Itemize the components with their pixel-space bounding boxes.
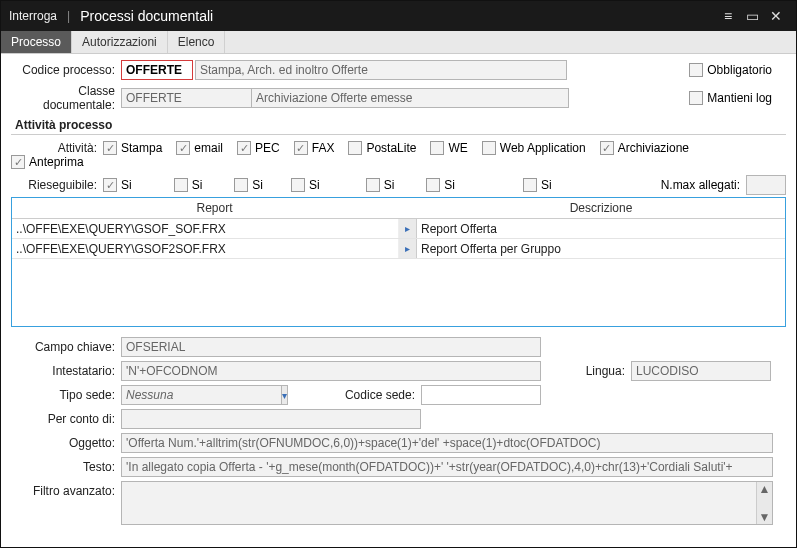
input-oggetto[interactable] (121, 433, 773, 453)
label-testo: Testo: (11, 460, 121, 474)
combo-classe[interactable]: ▸ (121, 88, 249, 108)
checkbox-icon (689, 91, 703, 105)
grid-col-desc[interactable]: Descrizione (417, 198, 785, 219)
tab-elenco[interactable]: Elenco (168, 31, 226, 53)
label-tipo: Tipo sede: (11, 388, 121, 402)
label-nmax: N.max allegati: (661, 178, 740, 192)
label-lingua: Lingua: (571, 364, 631, 378)
menu-icon[interactable]: ≡ (716, 4, 740, 28)
dropdown-icon[interactable]: ▾ (282, 385, 288, 405)
input-filtro[interactable]: ▲▼ (121, 481, 773, 525)
input-intest[interactable] (121, 361, 541, 381)
input-codice-desc[interactable] (195, 60, 567, 80)
minimize-icon[interactable]: ▭ (740, 4, 764, 28)
cb-fax[interactable]: FAX (294, 141, 335, 155)
cb-rieseg-2[interactable]: Si (174, 178, 203, 192)
tab-autorizzazioni[interactable]: Autorizzazioni (72, 31, 168, 53)
input-nmax[interactable] (746, 175, 786, 195)
input-classe-desc[interactable] (251, 88, 569, 108)
cb-rieseg-1[interactable]: Si (103, 178, 132, 192)
checkbox-icon (689, 63, 703, 77)
cb-mantieni-log[interactable]: Mantieni log (689, 91, 772, 105)
input-campo[interactable] (121, 337, 541, 357)
row-lookup-icon[interactable]: ▸ (399, 239, 417, 258)
table-row[interactable]: ..\OFFE\EXE\QUERY\GSOF2SOF.FRX ▸ Report … (12, 239, 785, 259)
input-codsede[interactable] (421, 385, 541, 405)
label-codsede: Codice sede: (301, 388, 421, 402)
label-perconto: Per conto di: (11, 412, 121, 426)
title-sep: | (67, 9, 70, 23)
input-perconto[interactable] (121, 409, 421, 429)
label-classe: Classe documentale: (11, 84, 121, 112)
label-intest: Intestatario: (11, 364, 121, 378)
label-codice: Codice processo: (11, 63, 121, 77)
table-row[interactable]: ..\OFFE\EXE\QUERY\GSOF_SOF.FRX ▸ Report … (12, 219, 785, 239)
cb-email[interactable]: email (176, 141, 223, 155)
tabbar: Processo Autorizzazioni Elenco (1, 31, 796, 54)
input-lingua[interactable] (631, 361, 771, 381)
label-attivita: Attività: (11, 141, 103, 155)
cb-archiviazione[interactable]: Archiviazione (600, 141, 689, 155)
input-tipo[interactable] (121, 385, 282, 405)
section-attivita: Attività processo (15, 118, 786, 132)
title-mode: Interroga (9, 9, 57, 23)
cb-rieseg-4[interactable]: Si (291, 178, 320, 192)
grid-col-report[interactable]: Report (12, 198, 417, 219)
cb-webapp[interactable]: Web Application (482, 141, 586, 155)
cb-rieseg-3[interactable]: Si (234, 178, 263, 192)
close-icon[interactable]: ✕ (764, 4, 788, 28)
label-oggetto: Oggetto: (11, 436, 121, 450)
report-grid: Report Descrizione ..\OFFE\EXE\QUERY\GSO… (11, 197, 786, 327)
scrollbar[interactable]: ▲▼ (756, 482, 772, 524)
cb-pec[interactable]: PEC (237, 141, 280, 155)
cb-we[interactable]: WE (430, 141, 467, 155)
cb-rieseg-7[interactable]: Si (523, 178, 552, 192)
row-lookup-icon[interactable]: ▸ (399, 219, 417, 238)
cb-obbligatorio[interactable]: Obbligatorio (689, 63, 772, 77)
cb-rieseg-6[interactable]: Si (426, 178, 455, 192)
combo-tipo[interactable]: ▾ (121, 385, 261, 405)
label-rieseguibile: Rieseguibile: (11, 178, 103, 192)
label-campo: Campo chiave: (11, 340, 121, 354)
cb-rieseg-5[interactable]: Si (366, 178, 395, 192)
cb-stampa[interactable]: Stampa (103, 141, 162, 155)
title-name: Processi documentali (80, 8, 213, 24)
grid-body[interactable]: ..\OFFE\EXE\QUERY\GSOF_SOF.FRX ▸ Report … (12, 219, 785, 326)
input-testo[interactable] (121, 457, 773, 477)
tab-processo[interactable]: Processo (1, 31, 72, 53)
cb-anteprima[interactable]: Anteprima (11, 155, 84, 169)
titlebar: Interroga | Processi documentali ≡ ▭ ✕ (1, 1, 796, 31)
input-codice[interactable] (121, 60, 193, 80)
label-filtro: Filtro avanzato: (11, 481, 121, 498)
cb-postalite[interactable]: PostaLite (348, 141, 416, 155)
